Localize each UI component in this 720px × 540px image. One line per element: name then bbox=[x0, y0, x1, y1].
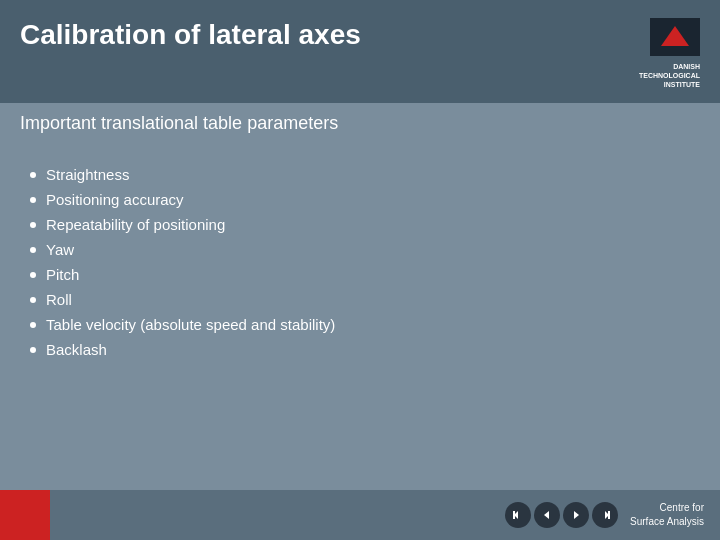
logo-box bbox=[650, 18, 700, 56]
bullet-text: Backlash bbox=[46, 341, 107, 358]
list-item: Positioning accuracy bbox=[30, 187, 696, 212]
bullet-text: Table velocity (absolute speed and stabi… bbox=[46, 316, 335, 333]
bullet-text: Straightness bbox=[46, 166, 129, 183]
list-item: Backlash bbox=[30, 337, 696, 362]
bullet-dot-icon bbox=[30, 247, 36, 253]
svg-rect-5 bbox=[608, 511, 610, 519]
logo-area: DANISH TECHNOLOGICAL INSTITUTE bbox=[639, 18, 700, 89]
slide-title: Calibration of lateral axes bbox=[20, 18, 361, 52]
bullet-dot-icon bbox=[30, 272, 36, 278]
skip-back-button[interactable] bbox=[505, 502, 531, 528]
logo-text: DANISH TECHNOLOGICAL INSTITUTE bbox=[639, 62, 700, 89]
logo-arrow-icon bbox=[661, 26, 689, 46]
bullet-dot-icon bbox=[30, 172, 36, 178]
footer-right: Centre for Surface Analysis bbox=[505, 501, 704, 529]
skip-forward-button[interactable] bbox=[592, 502, 618, 528]
slide: Calibration of lateral axes DANISH TECHN… bbox=[0, 0, 720, 540]
list-item: Straightness bbox=[30, 162, 696, 187]
bullet-dot-icon bbox=[30, 297, 36, 303]
bullet-list: StraightnessPositioning accuracyRepeatab… bbox=[30, 162, 696, 362]
subtitle-bar: Important translational table parameters bbox=[0, 103, 720, 144]
bullet-dot-icon bbox=[30, 347, 36, 353]
svg-marker-2 bbox=[544, 511, 549, 519]
nav-controls bbox=[505, 502, 618, 528]
bullet-dot-icon bbox=[30, 322, 36, 328]
svg-rect-1 bbox=[513, 511, 515, 519]
bullet-text: Roll bbox=[46, 291, 72, 308]
bullet-dot-icon bbox=[30, 222, 36, 228]
subtitle: Important translational table parameters bbox=[20, 113, 338, 133]
list-item: Yaw bbox=[30, 237, 696, 262]
bullet-dot-icon bbox=[30, 197, 36, 203]
footer-text: Centre for Surface Analysis bbox=[630, 501, 704, 529]
list-item: Repeatability of positioning bbox=[30, 212, 696, 237]
footer-red-bar bbox=[0, 490, 50, 540]
list-item: Pitch bbox=[30, 262, 696, 287]
footer: Centre for Surface Analysis bbox=[0, 490, 720, 540]
bullet-text: Repeatability of positioning bbox=[46, 216, 225, 233]
forward-button[interactable] bbox=[563, 502, 589, 528]
list-item: Table velocity (absolute speed and stabi… bbox=[30, 312, 696, 337]
content-area: StraightnessPositioning accuracyRepeatab… bbox=[0, 144, 720, 490]
svg-marker-3 bbox=[574, 511, 579, 519]
bullet-text: Positioning accuracy bbox=[46, 191, 184, 208]
header: Calibration of lateral axes DANISH TECHN… bbox=[0, 0, 720, 103]
bullet-text: Pitch bbox=[46, 266, 79, 283]
back-button[interactable] bbox=[534, 502, 560, 528]
list-item: Roll bbox=[30, 287, 696, 312]
bullet-text: Yaw bbox=[46, 241, 74, 258]
